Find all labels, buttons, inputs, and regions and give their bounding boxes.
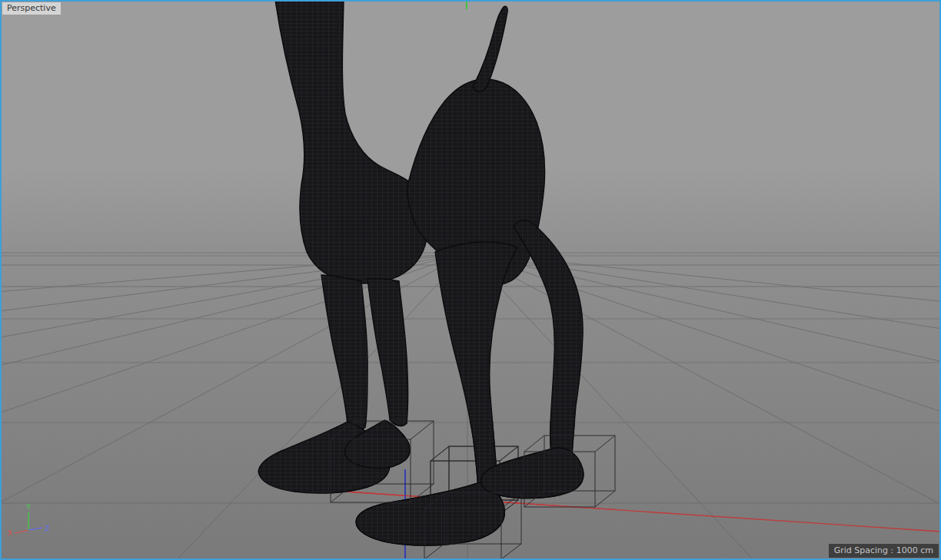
model-tail[interactable] — [473, 6, 507, 91]
grid-spacing-label: Grid Spacing : 1000 cm — [829, 544, 939, 558]
model-front-leg-left[interactable] — [321, 275, 367, 430]
gizmo-x-label: X — [8, 529, 12, 537]
viewport-3d[interactable]: Y X Z Perspective Grid Spacing : 1000 cm — [0, 0, 941, 560]
axis-gizmo: Y X Z — [8, 503, 49, 537]
gizmo-x-axis — [15, 530, 28, 533]
gizmo-y-label: Y — [25, 503, 31, 511]
gizmo-z-axis — [28, 528, 42, 530]
viewport-canvas[interactable]: Y X Z — [0, 0, 941, 560]
viewport-camera-label[interactable]: Perspective — [2, 2, 61, 15]
gizmo-z-label: Z — [45, 525, 49, 532]
model-neck-chest[interactable] — [275, 0, 428, 283]
